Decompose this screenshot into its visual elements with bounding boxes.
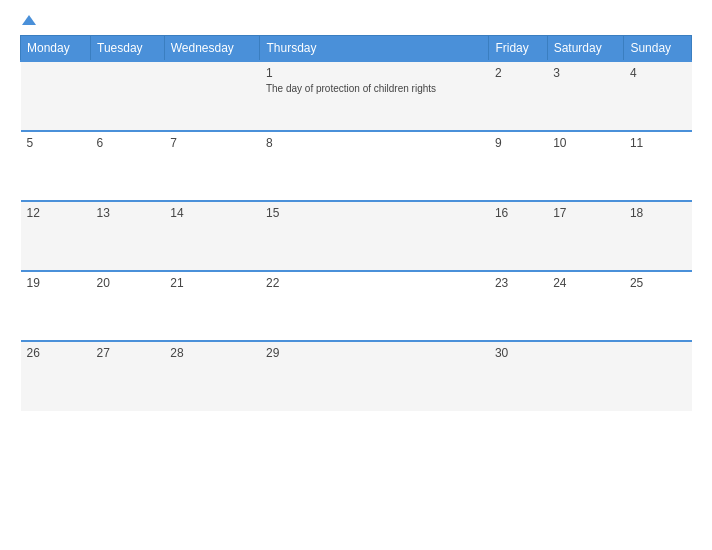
calendar-cell — [21, 61, 91, 131]
calendar-cell — [164, 61, 260, 131]
day-number: 30 — [495, 346, 541, 360]
day-number: 19 — [27, 276, 85, 290]
calendar-cell: 24 — [547, 271, 624, 341]
calendar-cell: 9 — [489, 131, 547, 201]
calendar-cell: 29 — [260, 341, 489, 411]
page-header — [20, 15, 692, 25]
calendar-week-row: 2627282930 — [21, 341, 692, 411]
calendar-cell — [624, 341, 692, 411]
weekday-header-monday: Monday — [21, 36, 91, 62]
day-number: 15 — [266, 206, 483, 220]
day-number: 23 — [495, 276, 541, 290]
calendar-table: MondayTuesdayWednesdayThursdayFridaySatu… — [20, 35, 692, 411]
day-number: 13 — [97, 206, 159, 220]
calendar-cell: 18 — [624, 201, 692, 271]
day-number: 18 — [630, 206, 686, 220]
calendar-cell: 7 — [164, 131, 260, 201]
day-number: 9 — [495, 136, 541, 150]
day-number: 16 — [495, 206, 541, 220]
calendar-week-row: 567891011 — [21, 131, 692, 201]
day-number: 5 — [27, 136, 85, 150]
day-number: 25 — [630, 276, 686, 290]
day-number: 6 — [97, 136, 159, 150]
calendar-cell: 20 — [91, 271, 165, 341]
calendar-cell: 8 — [260, 131, 489, 201]
weekday-header-wednesday: Wednesday — [164, 36, 260, 62]
calendar-cell: 4 — [624, 61, 692, 131]
day-number: 11 — [630, 136, 686, 150]
day-number: 26 — [27, 346, 85, 360]
day-number: 14 — [170, 206, 254, 220]
day-number: 20 — [97, 276, 159, 290]
calendar-cell: 10 — [547, 131, 624, 201]
calendar-cell: 27 — [91, 341, 165, 411]
calendar-week-row: 19202122232425 — [21, 271, 692, 341]
calendar-page: MondayTuesdayWednesdayThursdayFridaySatu… — [0, 0, 712, 550]
calendar-cell: 5 — [21, 131, 91, 201]
day-number: 2 — [495, 66, 541, 80]
day-number: 24 — [553, 276, 618, 290]
day-number: 7 — [170, 136, 254, 150]
day-number: 17 — [553, 206, 618, 220]
weekday-header-thursday: Thursday — [260, 36, 489, 62]
day-number: 21 — [170, 276, 254, 290]
calendar-cell: 28 — [164, 341, 260, 411]
calendar-cell: 17 — [547, 201, 624, 271]
calendar-cell: 23 — [489, 271, 547, 341]
calendar-cell: 12 — [21, 201, 91, 271]
calendar-cell: 16 — [489, 201, 547, 271]
holiday-label: The day of protection of children rights — [266, 82, 483, 95]
weekday-header-tuesday: Tuesday — [91, 36, 165, 62]
logo — [20, 15, 36, 25]
calendar-cell: 14 — [164, 201, 260, 271]
calendar-cell: 22 — [260, 271, 489, 341]
calendar-cell: 21 — [164, 271, 260, 341]
calendar-cell: 30 — [489, 341, 547, 411]
day-number: 3 — [553, 66, 618, 80]
calendar-cell — [91, 61, 165, 131]
calendar-cell: 26 — [21, 341, 91, 411]
day-number: 4 — [630, 66, 686, 80]
day-number: 27 — [97, 346, 159, 360]
weekday-header-friday: Friday — [489, 36, 547, 62]
calendar-cell: 15 — [260, 201, 489, 271]
day-number: 12 — [27, 206, 85, 220]
calendar-cell: 11 — [624, 131, 692, 201]
weekday-header-saturday: Saturday — [547, 36, 624, 62]
calendar-cell — [547, 341, 624, 411]
day-number: 8 — [266, 136, 483, 150]
weekday-header-sunday: Sunday — [624, 36, 692, 62]
calendar-week-row: 12131415161718 — [21, 201, 692, 271]
calendar-cell: 2 — [489, 61, 547, 131]
calendar-cell: 3 — [547, 61, 624, 131]
day-number: 22 — [266, 276, 483, 290]
day-number: 28 — [170, 346, 254, 360]
logo-triangle-icon — [22, 15, 36, 25]
calendar-cell: 6 — [91, 131, 165, 201]
day-number: 29 — [266, 346, 483, 360]
day-number: 1 — [266, 66, 483, 80]
calendar-cell: 19 — [21, 271, 91, 341]
calendar-cell: 25 — [624, 271, 692, 341]
calendar-week-row: 1The day of protection of children right… — [21, 61, 692, 131]
calendar-cell: 13 — [91, 201, 165, 271]
weekday-header-row: MondayTuesdayWednesdayThursdayFridaySatu… — [21, 36, 692, 62]
calendar-cell: 1The day of protection of children right… — [260, 61, 489, 131]
day-number: 10 — [553, 136, 618, 150]
